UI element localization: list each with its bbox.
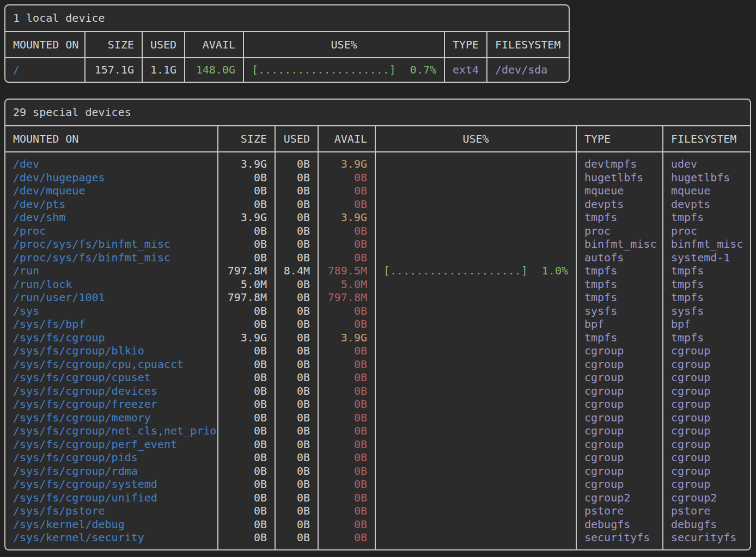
mount-cell: /sys/kernel/debug [5,518,217,531]
type-cell: sysfs [577,304,662,318]
table-column-mount: / [5,58,84,82]
avail-cell: 0B [319,224,375,238]
filesystem-cell: cgroup [663,451,750,464]
usage-percent [562,317,568,331]
use-pct-cell: [....................]1.0% [376,264,576,278]
size-cell: 5.0M [218,278,275,291]
local-table-header: MOUNTED ONSIZEUSEDAVAILUSE%TYPEFILESYSTE… [5,32,569,59]
usage-bar [383,518,390,531]
filesystem-cell: sysfs [663,304,750,318]
column-header-mounted-on: MOUNTED ON [5,32,84,58]
type-cell: securityfs [577,531,662,544]
table-column-mount: /dev/dev/hugepages/dev/mqueue/dev/pts/de… [5,152,217,549]
usage-percent [562,291,568,304]
avail-cell: 0B [319,518,375,531]
use-pct-cell [376,424,576,438]
column-header-size: SIZE [217,126,275,152]
filesystem-cell: proc [663,224,750,238]
column-header-type: TYPE [576,126,662,152]
mount-cell: /sys/fs/cgroup/pids [5,451,217,464]
mount-cell: /sys [5,304,217,318]
mount-cell: /sys/fs/cgroup/freezer [5,397,217,411]
table-column-type: devtmpfshugetlbfsmqueuedevptstmpfsprocbi… [576,152,662,549]
mount-cell: /sys/fs/bpf [5,317,217,331]
avail-cell: 3.9G [319,331,375,345]
usage-percent [562,411,568,425]
mount-cell: /sys/fs/cgroup/unified [5,491,217,505]
used-cell: 0B [276,344,318,358]
usage-bar [383,184,390,198]
column-header-avail: AVAIL [318,126,375,152]
type-cell: cgroup [577,451,662,464]
filesystem-cell: cgroup2 [663,491,750,505]
use-pct-cell [376,504,576,518]
filesystem-cell: binfmt_misc [663,237,750,251]
usage-percent [562,211,568,224]
use-pct-cell: [....................]0.7% [244,63,444,77]
filesystem-cell: cgroup [663,464,750,478]
mount-cell: /sys/fs/cgroup/rdma [5,464,217,478]
avail-cell: 789.5M [319,264,375,278]
usage-percent [562,371,568,384]
avail-cell: 0B [319,371,375,384]
mount-cell: /dev [5,157,217,171]
mount-cell: /sys/fs/cgroup/perf_event [5,438,217,451]
size-cell: 0B [218,237,275,251]
column-header-used: USED [142,32,184,58]
type-cell: cgroup [577,464,662,478]
type-cell: devtmpfs [577,157,662,171]
use-pct-cell [376,451,576,464]
used-cell: 0B [276,518,318,531]
used-cell: 0B [276,291,318,304]
mount-cell: /sys/fs/cgroup/blkio [5,344,217,358]
size-cell: 3.9G [218,211,275,224]
avail-cell: 0B [319,344,375,358]
usage-percent [562,237,568,251]
use-pct-cell [376,184,576,198]
type-cell: cgroup [577,478,662,491]
special-devices-table: 29 special devices MOUNTED ONSIZEUSEDAVA… [4,99,751,550]
usage-bar [383,304,390,318]
size-cell: 0B [218,411,275,425]
usage-percent [562,251,568,265]
avail-cell: 0B [319,358,375,371]
column-header-filesystem: FILESYSTEM [486,32,569,58]
usage-percent [562,384,568,398]
usage-percent: 0.7% [410,63,436,77]
type-cell: cgroup [577,411,662,425]
column-header-filesystem: FILESYSTEM [662,126,750,152]
usage-bar [383,424,390,438]
filesystem-cell: debugfs [663,518,750,531]
special-table-title: 29 special devices [5,100,750,126]
usage-bar [383,291,390,304]
local-table-title: 1 local device [5,5,569,32]
use-pct-cell [376,304,576,318]
avail-cell: 0B [319,317,375,331]
size-cell: 0B [218,518,275,531]
avail-cell: 0B [319,464,375,478]
type-cell: ext4 [445,63,486,77]
use-pct-cell [376,317,576,331]
mount-cell: /dev/pts [5,198,217,211]
usage-percent [562,184,568,198]
used-cell: 0B [276,397,318,411]
use-pct-cell [376,478,576,491]
usage-percent [562,397,568,411]
usage-bar [383,344,390,358]
usage-bar [383,451,390,464]
avail-cell: 0B [319,184,375,198]
mount-cell: /sys/fs/cgroup/net_cls,net_prio [5,424,217,438]
mount-cell: /run [5,264,217,278]
used-cell: 8.4M [276,264,318,278]
use-pct-cell [376,198,576,211]
size-cell: 3.9G [218,157,275,171]
type-cell: tmpfs [577,211,662,224]
filesystem-cell: /dev/sda [487,63,569,77]
usage-bar [383,237,390,251]
use-pct-cell [376,411,576,425]
type-cell: tmpfs [577,291,662,304]
avail-cell: 0B [319,397,375,411]
mount-cell: /sys/fs/cgroup [5,331,217,345]
use-pct-cell [376,371,576,384]
mount-cell: /dev/shm [5,211,217,224]
